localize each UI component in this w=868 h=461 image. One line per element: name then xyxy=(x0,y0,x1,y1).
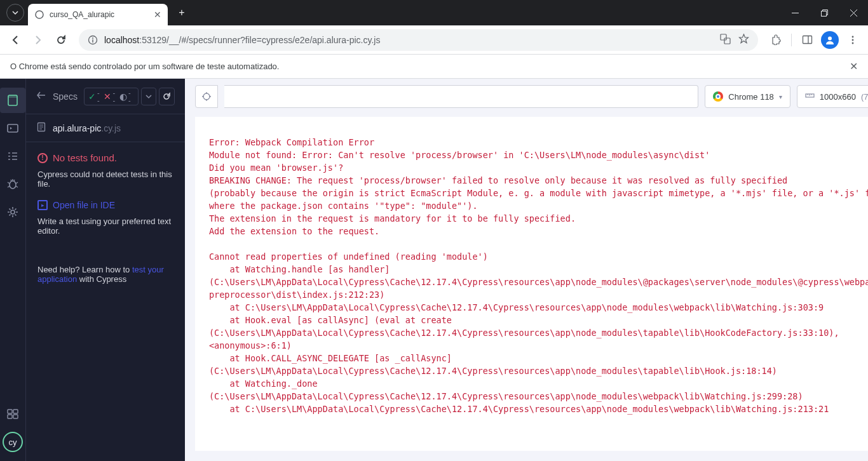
svg-point-9 xyxy=(828,36,832,40)
browser-tab-strip: curso_QA_alurapic ✕ + xyxy=(0,0,868,25)
nav-rail: cy xyxy=(0,79,25,461)
aut-url-input[interactable] xyxy=(224,85,698,108)
svg-rect-14 xyxy=(8,95,17,98)
svg-point-10 xyxy=(852,36,854,37)
tab-search-button[interactable] xyxy=(6,4,24,22)
arrow-left-icon xyxy=(10,34,21,46)
nav-rail-keyboard[interactable] xyxy=(0,401,25,427)
svg-rect-6 xyxy=(724,38,730,44)
check-icon: ✓ xyxy=(88,91,96,102)
error-stack-trace: Error: Webpack Compilation Error Module … xyxy=(195,117,868,434)
puzzle-icon xyxy=(771,34,782,45)
spec-file-row[interactable]: api.alura-pic.cy.js xyxy=(26,114,185,142)
spec-file-name: api.alura-pic xyxy=(53,123,101,133)
pending-icon: ◐ xyxy=(119,91,127,102)
svg-point-11 xyxy=(852,39,854,41)
no-tests-subtext: Cypress could not detect tests in this f… xyxy=(37,170,173,189)
browser-selector[interactable]: Chrome 118 ▾ xyxy=(705,85,790,108)
extensions-button[interactable] xyxy=(766,30,786,50)
nav-forward-button[interactable] xyxy=(28,30,48,50)
profile-button[interactable] xyxy=(820,30,840,50)
test-stats: ✓-- ✕-- ◐-- xyxy=(84,88,139,105)
chevron-down-icon xyxy=(12,10,18,16)
kebab-icon xyxy=(848,35,858,45)
svg-point-0 xyxy=(36,11,43,18)
help-text: Need help? Learn how to test your applic… xyxy=(37,265,173,284)
gear-icon xyxy=(6,206,19,218)
reporter-sidebar: Specs ✓-- ✕-- ◐-- api.alura-pic xyxy=(25,79,185,461)
svg-rect-20 xyxy=(8,415,12,418)
write-test-hint: Write a test using your preferred text e… xyxy=(37,217,173,236)
toolbar-divider xyxy=(791,34,792,46)
avatar xyxy=(821,31,839,49)
specs-icon xyxy=(6,94,19,107)
sidebar-title: Specs xyxy=(53,91,78,102)
maximize-icon xyxy=(821,10,828,17)
browser-tab[interactable]: curso_QA_alurapic ✕ xyxy=(28,4,168,25)
bookmark-icon[interactable] xyxy=(738,34,749,46)
viewport-selector[interactable]: 1000x660 (75%) ▾ xyxy=(797,85,868,108)
svg-rect-7 xyxy=(803,36,811,44)
browser-toolbar: localhost:53129/__/#/specs/runner?file=c… xyxy=(0,25,868,55)
nav-rail-bug[interactable] xyxy=(0,171,25,197)
svg-rect-15 xyxy=(8,124,18,132)
list-icon xyxy=(6,150,19,163)
tab-title: curso_QA_alurapic xyxy=(50,10,114,19)
ide-icon: ▸ xyxy=(37,200,48,210)
window-maximize-button[interactable] xyxy=(810,0,839,25)
svg-rect-5 xyxy=(721,34,726,40)
back-to-specs-icon[interactable] xyxy=(36,90,46,102)
svg-point-23 xyxy=(203,93,210,100)
expand-toggle[interactable] xyxy=(141,88,156,105)
automation-info-bar: O Chrome está sendo controlado por um so… xyxy=(0,55,868,79)
automation-message: O Chrome está sendo controlado por um so… xyxy=(10,62,279,71)
chevron-down-icon xyxy=(146,93,152,100)
site-info-icon[interactable] xyxy=(88,35,98,45)
window-minimize-button[interactable] xyxy=(780,0,810,25)
x-icon: ✕ xyxy=(104,91,111,102)
nav-rail-debug[interactable] xyxy=(0,144,25,169)
automation-close-button[interactable]: ✕ xyxy=(850,60,858,72)
nav-rail-settings[interactable] xyxy=(0,199,25,225)
chrome-icon xyxy=(713,91,723,102)
side-panel-icon xyxy=(802,34,813,45)
tab-close-button[interactable]: ✕ xyxy=(154,10,161,20)
rerun-button[interactable] xyxy=(159,88,175,105)
chrome-menu-button[interactable] xyxy=(843,30,863,50)
cypress-logo-icon[interactable]: cy xyxy=(3,432,23,452)
svg-point-17 xyxy=(11,210,15,214)
selector-playground-button[interactable] xyxy=(195,85,218,108)
svg-rect-19 xyxy=(13,410,18,413)
aut-iframe[interactable]: Error: Webpack Compilation Error Module … xyxy=(195,117,868,451)
address-bar[interactable]: localhost:53129/__/#/specs/runner?file=c… xyxy=(79,29,758,51)
window-close-button[interactable] xyxy=(839,0,868,25)
translate-icon[interactable] xyxy=(720,34,731,46)
ruler-icon xyxy=(805,91,815,102)
nav-reload-button[interactable] xyxy=(51,30,71,50)
close-icon xyxy=(850,10,857,17)
nav-back-button[interactable] xyxy=(5,30,25,50)
tab-favicon-icon xyxy=(34,10,44,20)
sidebar-header: Specs ✓-- ✕-- ◐-- xyxy=(26,79,185,114)
reload-icon xyxy=(55,34,67,46)
file-icon xyxy=(36,122,46,134)
url-text: localhost:53129/__/#/specs/runner?file=c… xyxy=(104,35,714,45)
keyboard-icon xyxy=(6,408,19,420)
svg-point-16 xyxy=(10,181,16,189)
runs-icon xyxy=(6,122,19,135)
svg-rect-4 xyxy=(92,39,93,43)
svg-rect-21 xyxy=(13,415,18,418)
nav-rail-runs[interactable] xyxy=(0,116,25,141)
minimize-icon xyxy=(792,10,799,17)
open-in-ide-link[interactable]: ▸ Open file in IDE xyxy=(37,200,173,210)
nav-rail-specs[interactable] xyxy=(0,88,25,113)
bug-icon xyxy=(6,178,19,190)
aut-toolbar: Chrome 118 ▾ 1000x660 (75%) ▾ xyxy=(185,79,868,114)
svg-rect-1 xyxy=(821,11,826,16)
side-panel-button[interactable] xyxy=(797,30,817,50)
new-tab-button[interactable]: + xyxy=(173,4,191,22)
aut-preview-area: Chrome 118 ▾ 1000x660 (75%) ▾ Error: Web… xyxy=(185,79,868,461)
reload-icon xyxy=(162,92,171,101)
no-tests-heading: ! No tests found. xyxy=(37,152,173,163)
svg-point-12 xyxy=(852,42,854,44)
